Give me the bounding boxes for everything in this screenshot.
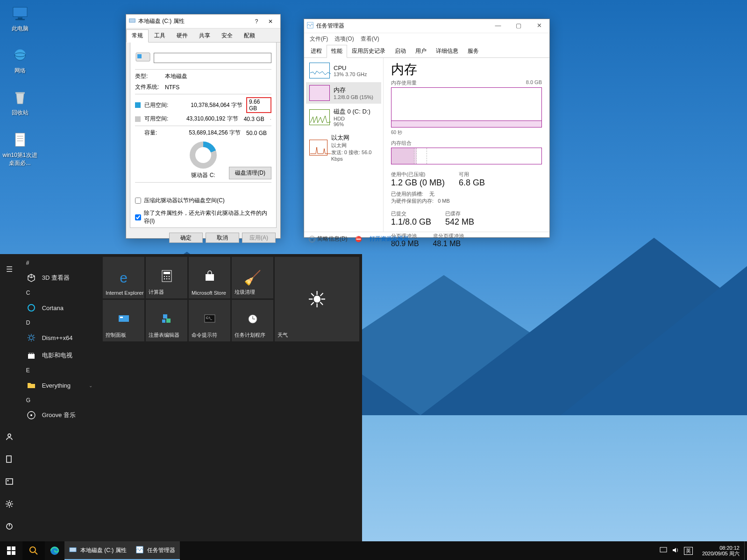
tab-security[interactable]: 安全: [216, 29, 238, 42]
tile-tasksched[interactable]: 任务计划程序: [232, 300, 273, 341]
cpu-sub: 13% 3.70 GHz: [334, 71, 367, 77]
app-everything[interactable]: Everything⌄: [19, 376, 100, 394]
cpu-sparkline-icon: [309, 63, 330, 78]
tab-general[interactable]: 常规: [126, 29, 149, 43]
tile-weather[interactable]: ☀ 天气: [275, 257, 359, 341]
drive-icon: [69, 546, 77, 555]
tab-sharing[interactable]: 共享: [193, 29, 216, 42]
memory-card[interactable]: 内存1.2/8.0 GB (15%): [306, 82, 381, 104]
svg-rect-46: [12, 546, 15, 550]
tab-processes[interactable]: 进程: [306, 45, 327, 57]
desktop-icon-network[interactable]: 网络: [2, 46, 37, 75]
documents-icon[interactable]: [0, 448, 19, 470]
app-dism[interactable]: Dism++x64: [19, 329, 100, 347]
hamburger-icon[interactable]: ☰: [0, 258, 19, 280]
app-cortana[interactable]: Cortana: [19, 299, 100, 317]
calculator-icon: [160, 269, 173, 286]
cancel-button[interactable]: 取消: [206, 233, 239, 243]
textfile-icon: [11, 131, 29, 149]
system-tray[interactable]: 英: [655, 546, 697, 555]
titlebar[interactable]: 任务管理器 — ▢ ✕: [304, 19, 549, 33]
close-button[interactable]: ✕: [263, 18, 277, 25]
svg-rect-52: [70, 547, 76, 552]
maximize-button[interactable]: ▢: [508, 20, 529, 33]
pictures-icon[interactable]: [0, 470, 19, 493]
cpu-card[interactable]: CPU13% 3.70 GHz: [306, 60, 381, 81]
desktop-icon-textfile[interactable]: win10第1次进桌面必...: [2, 131, 37, 167]
menu-options[interactable]: 选项(O): [332, 34, 356, 44]
start-button[interactable]: [0, 541, 22, 560]
close-button[interactable]: ✕: [529, 20, 549, 33]
app-movies[interactable]: 电影和电视: [19, 347, 100, 364]
fewer-details-button[interactable]: ⌄简略信息(D): [309, 235, 348, 243]
network-card[interactable]: 以太网以太网发送: 0 接收: 56.0 Kbps: [306, 131, 381, 164]
index-checkbox[interactable]: 除了文件属性外，还允许索引此驱动器上文件的内容(I): [135, 209, 271, 225]
letter-header[interactable]: G: [19, 394, 100, 406]
svg-text:C:\_: C:\_: [206, 316, 212, 320]
tab-details[interactable]: 详细信息: [431, 45, 463, 57]
tray-monitor-icon[interactable]: [660, 546, 667, 555]
search-button[interactable]: [22, 541, 45, 560]
drive-icon: [129, 17, 135, 25]
tab-performance[interactable]: 性能: [327, 45, 347, 58]
tab-users[interactable]: 用户: [411, 45, 431, 57]
minimize-button[interactable]: —: [488, 20, 508, 33]
cube-icon: [26, 273, 36, 283]
power-icon[interactable]: [0, 515, 19, 538]
svg-rect-6: [15, 133, 25, 146]
desktop-icon-thispc[interactable]: 此电脑: [2, 4, 37, 33]
letter-header[interactable]: #: [19, 257, 100, 269]
disk-card[interactable]: 磁盘 0 (C: D:)HDD96%: [306, 105, 381, 130]
tab-hardware[interactable]: 硬件: [171, 29, 193, 42]
memory-sub: 1.2/8.0 GB (15%): [334, 94, 373, 100]
disk-cleanup-button[interactable]: 磁盘清理(D): [229, 167, 271, 179]
open-resource-monitor-link[interactable]: 打开资源监视器: [370, 235, 409, 243]
letter-header[interactable]: C: [19, 287, 100, 299]
used-gb: 9.66 GB: [246, 97, 271, 113]
tile-calculator[interactable]: 计算器: [146, 257, 187, 298]
tile-ie[interactable]: eInternet Explorer: [103, 257, 144, 298]
app-list[interactable]: # 3D 查看器 C Cortana D Dism++x64 电影和电视 E E…: [19, 254, 100, 541]
compress-checkbox[interactable]: 压缩此驱动器以节约磁盘空间(C): [135, 197, 271, 205]
letter-header[interactable]: D: [19, 317, 100, 329]
taskmgr-icon: [136, 546, 143, 555]
taskbar-item-properties[interactable]: 本地磁盘 (C:) 属性: [64, 541, 131, 560]
ok-button[interactable]: 确定: [169, 233, 203, 243]
svg-point-49: [30, 547, 36, 553]
menu-file[interactable]: 文件(F): [307, 34, 331, 44]
tile-regedit[interactable]: 注册表编辑器: [146, 300, 187, 341]
tray-ime[interactable]: 英: [684, 547, 693, 555]
tab-apphistory[interactable]: 应用历史记录: [347, 45, 390, 57]
app-3d-viewer[interactable]: 3D 查看器: [19, 269, 100, 287]
taskbar-item-taskmgr[interactable]: 任务管理器: [131, 541, 180, 560]
desktop-icon-recyclebin[interactable]: 回收站: [2, 88, 37, 117]
taskbar-clock[interactable]: 08:20:12 2020/09/05 周六: [697, 545, 744, 556]
show-desktop-button[interactable]: [744, 541, 747, 560]
tile-cmd[interactable]: C:\_命令提示符: [189, 300, 230, 341]
tab-quota[interactable]: 配额: [238, 29, 261, 42]
titlebar[interactable]: 本地磁盘 (C:) 属性 ? ✕: [126, 14, 280, 28]
volume-name-input[interactable]: [154, 53, 271, 63]
svg-rect-0: [13, 7, 27, 17]
tab-services[interactable]: 服务: [463, 45, 484, 57]
user-icon[interactable]: [0, 425, 19, 448]
letter-header[interactable]: E: [19, 364, 100, 376]
tray-volume-icon[interactable]: [672, 546, 679, 555]
tab-tools[interactable]: 工具: [149, 29, 171, 42]
tab-startup[interactable]: 启动: [390, 45, 411, 57]
svg-rect-23: [28, 354, 35, 359]
settings-icon[interactable]: [0, 493, 19, 515]
app-groove[interactable]: Groove 音乐: [19, 406, 100, 424]
available-value: 6.8 GB: [459, 178, 485, 188]
svg-rect-35: [119, 315, 129, 322]
edge-button[interactable]: [45, 541, 64, 560]
help-button[interactable]: ?: [249, 18, 263, 25]
tile-junk-cleanup[interactable]: 🧹垃圾清理: [232, 257, 273, 298]
tile-control-panel[interactable]: 控制面板: [103, 300, 144, 341]
apply-button[interactable]: 应用(A): [242, 233, 276, 243]
svg-line-50: [35, 552, 37, 554]
svg-point-31: [168, 276, 169, 277]
svg-rect-2: [15, 19, 25, 21]
menu-view[interactable]: 查看(V): [358, 34, 382, 44]
tile-store[interactable]: Microsoft Store: [189, 257, 230, 298]
